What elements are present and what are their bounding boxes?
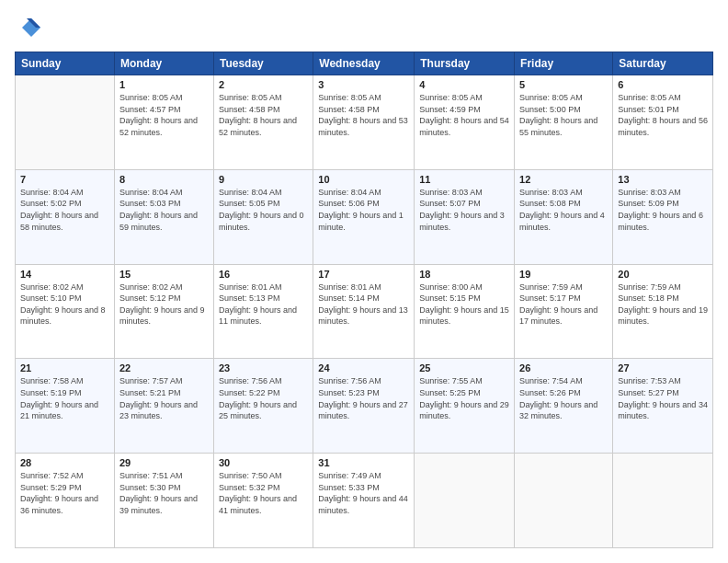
calendar-day-cell: 18Sunrise: 8:00 AMSunset: 5:15 PMDayligh… <box>415 264 515 359</box>
day-info: Sunrise: 8:05 AMSunset: 4:59 PMDaylight:… <box>419 92 509 138</box>
calendar-page: SundayMondayTuesdayWednesdayThursdayFrid… <box>0 0 728 563</box>
day-number: 9 <box>219 174 308 185</box>
calendar-day-cell: 10Sunrise: 8:04 AMSunset: 5:06 PMDayligh… <box>313 169 415 264</box>
day-header: Friday <box>515 52 613 75</box>
day-info: Sunrise: 8:00 AMSunset: 5:15 PMDaylight:… <box>419 282 509 327</box>
day-number: 5 <box>519 79 608 90</box>
day-header: Monday <box>114 52 213 75</box>
calendar-day-cell: 27Sunrise: 7:53 AMSunset: 5:27 PMDayligh… <box>613 359 713 454</box>
calendar-day-cell: 2Sunrise: 8:05 AMSunset: 4:58 PMDaylight… <box>213 75 313 170</box>
day-info: Sunrise: 7:51 AMSunset: 5:30 PMDaylight:… <box>119 470 209 516</box>
day-number: 29 <box>119 457 209 468</box>
calendar-day-cell: 28Sunrise: 7:52 AMSunset: 5:29 PMDayligh… <box>16 454 115 548</box>
calendar-day-cell: 9Sunrise: 8:04 AMSunset: 5:05 PMDaylight… <box>213 169 313 264</box>
day-info: Sunrise: 8:05 AMSunset: 4:57 PMDaylight:… <box>119 92 209 138</box>
calendar-day-cell: 19Sunrise: 7:59 AMSunset: 5:17 PMDayligh… <box>515 264 613 359</box>
day-number: 27 <box>618 362 708 373</box>
header <box>15 15 713 42</box>
day-info: Sunrise: 7:59 AMSunset: 5:18 PMDaylight:… <box>618 282 708 327</box>
day-info: Sunrise: 7:54 AMSunset: 5:26 PMDaylight:… <box>519 375 608 421</box>
day-info: Sunrise: 7:57 AMSunset: 5:21 PMDaylight:… <box>119 375 209 421</box>
calendar-day-cell: 11Sunrise: 8:03 AMSunset: 5:07 PMDayligh… <box>415 169 515 264</box>
day-number: 6 <box>618 79 708 90</box>
day-number: 12 <box>519 174 608 185</box>
calendar-week-row: 1Sunrise: 8:05 AMSunset: 4:57 PMDaylight… <box>16 75 713 170</box>
calendar-day-cell: 8Sunrise: 8:04 AMSunset: 5:03 PMDaylight… <box>114 169 213 264</box>
day-info: Sunrise: 8:01 AMSunset: 5:14 PMDaylight:… <box>318 282 409 327</box>
day-number: 20 <box>618 269 708 280</box>
day-info: Sunrise: 7:49 AMSunset: 5:33 PMDaylight:… <box>318 470 409 516</box>
calendar-day-cell <box>415 454 515 548</box>
day-number: 17 <box>318 269 409 280</box>
calendar-day-cell: 22Sunrise: 7:57 AMSunset: 5:21 PMDayligh… <box>114 359 213 454</box>
calendar-week-row: 21Sunrise: 7:58 AMSunset: 5:19 PMDayligh… <box>16 359 713 454</box>
day-info: Sunrise: 8:04 AMSunset: 5:03 PMDaylight:… <box>119 187 209 233</box>
calendar-day-cell: 5Sunrise: 8:05 AMSunset: 5:00 PMDaylight… <box>515 75 613 170</box>
calendar-day-cell: 20Sunrise: 7:59 AMSunset: 5:18 PMDayligh… <box>613 264 713 359</box>
day-number: 11 <box>419 174 509 185</box>
calendar-day-cell: 15Sunrise: 8:02 AMSunset: 5:12 PMDayligh… <box>114 264 213 359</box>
day-number: 14 <box>20 269 109 280</box>
day-number: 22 <box>119 362 209 373</box>
calendar-day-cell <box>515 454 613 548</box>
day-info: Sunrise: 8:04 AMSunset: 5:05 PMDaylight:… <box>219 187 308 233</box>
day-number: 10 <box>318 174 409 185</box>
calendar-day-cell: 17Sunrise: 8:01 AMSunset: 5:14 PMDayligh… <box>313 264 415 359</box>
day-header: Thursday <box>415 52 515 75</box>
calendar-day-cell: 29Sunrise: 7:51 AMSunset: 5:30 PMDayligh… <box>114 454 213 548</box>
calendar-day-cell: 16Sunrise: 8:01 AMSunset: 5:13 PMDayligh… <box>213 264 313 359</box>
day-number: 30 <box>219 457 308 468</box>
calendar-day-cell: 21Sunrise: 7:58 AMSunset: 5:19 PMDayligh… <box>16 359 115 454</box>
day-info: Sunrise: 8:05 AMSunset: 4:58 PMDaylight:… <box>318 92 409 138</box>
calendar-week-row: 7Sunrise: 8:04 AMSunset: 5:02 PMDaylight… <box>16 169 713 264</box>
day-number: 3 <box>318 79 409 90</box>
day-number: 16 <box>219 269 308 280</box>
day-info: Sunrise: 8:04 AMSunset: 5:02 PMDaylight:… <box>20 187 109 233</box>
calendar-day-cell: 13Sunrise: 8:03 AMSunset: 5:09 PMDayligh… <box>613 169 713 264</box>
calendar-day-cell: 31Sunrise: 7:49 AMSunset: 5:33 PMDayligh… <box>313 454 415 548</box>
day-number: 26 <box>519 362 608 373</box>
day-number: 13 <box>618 174 708 185</box>
day-info: Sunrise: 7:59 AMSunset: 5:17 PMDaylight:… <box>519 282 608 327</box>
day-info: Sunrise: 7:53 AMSunset: 5:27 PMDaylight:… <box>618 375 708 421</box>
calendar-day-cell <box>16 75 115 170</box>
day-info: Sunrise: 8:05 AMSunset: 4:58 PMDaylight:… <box>219 92 308 138</box>
calendar-day-cell: 24Sunrise: 7:56 AMSunset: 5:23 PMDayligh… <box>313 359 415 454</box>
day-number: 4 <box>419 79 509 90</box>
day-number: 1 <box>119 79 209 90</box>
calendar-day-cell: 30Sunrise: 7:50 AMSunset: 5:32 PMDayligh… <box>213 454 313 548</box>
day-number: 8 <box>119 174 209 185</box>
day-number: 18 <box>419 269 509 280</box>
day-info: Sunrise: 8:02 AMSunset: 5:10 PMDaylight:… <box>20 282 109 327</box>
calendar-day-cell: 12Sunrise: 8:03 AMSunset: 5:08 PMDayligh… <box>515 169 613 264</box>
day-number: 25 <box>419 362 509 373</box>
day-number: 15 <box>119 269 209 280</box>
day-header: Sunday <box>16 52 115 75</box>
day-header: Wednesday <box>313 52 415 75</box>
calendar-day-cell <box>613 454 713 548</box>
day-number: 28 <box>20 457 109 468</box>
calendar-day-cell: 23Sunrise: 7:56 AMSunset: 5:22 PMDayligh… <box>213 359 313 454</box>
day-info: Sunrise: 7:50 AMSunset: 5:32 PMDaylight:… <box>219 470 308 516</box>
day-info: Sunrise: 8:05 AMSunset: 5:00 PMDaylight:… <box>519 92 608 138</box>
day-number: 21 <box>20 362 109 373</box>
day-header: Saturday <box>613 52 713 75</box>
day-info: Sunrise: 7:56 AMSunset: 5:22 PMDaylight:… <box>219 375 308 421</box>
calendar-day-cell: 4Sunrise: 8:05 AMSunset: 4:59 PMDaylight… <box>415 75 515 170</box>
calendar-day-cell: 25Sunrise: 7:55 AMSunset: 5:25 PMDayligh… <box>415 359 515 454</box>
calendar-day-cell: 6Sunrise: 8:05 AMSunset: 5:01 PMDaylight… <box>613 75 713 170</box>
header-row: SundayMondayTuesdayWednesdayThursdayFrid… <box>16 52 713 75</box>
day-number: 19 <box>519 269 608 280</box>
calendar-day-cell: 1Sunrise: 8:05 AMSunset: 4:57 PMDaylight… <box>114 75 213 170</box>
calendar-day-cell: 7Sunrise: 8:04 AMSunset: 5:02 PMDaylight… <box>16 169 115 264</box>
day-info: Sunrise: 8:03 AMSunset: 5:09 PMDaylight:… <box>618 187 708 233</box>
calendar-week-row: 14Sunrise: 8:02 AMSunset: 5:10 PMDayligh… <box>16 264 713 359</box>
calendar-day-cell: 26Sunrise: 7:54 AMSunset: 5:26 PMDayligh… <box>515 359 613 454</box>
day-info: Sunrise: 8:05 AMSunset: 5:01 PMDaylight:… <box>618 92 708 138</box>
day-number: 2 <box>219 79 308 90</box>
day-header: Tuesday <box>213 52 313 75</box>
day-info: Sunrise: 8:02 AMSunset: 5:12 PMDaylight:… <box>119 282 209 327</box>
logo <box>15 15 46 42</box>
logo-icon <box>15 15 42 42</box>
day-info: Sunrise: 7:58 AMSunset: 5:19 PMDaylight:… <box>20 375 109 421</box>
